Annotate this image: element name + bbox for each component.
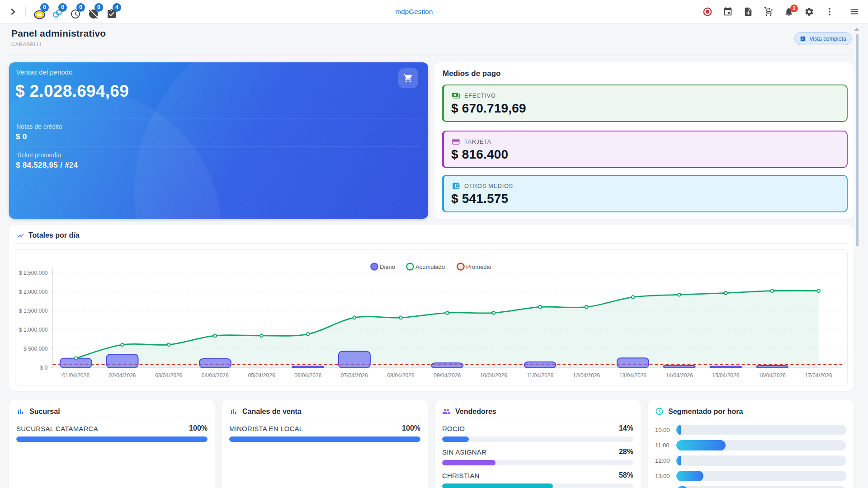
- svg-text:01/04/2026: 01/04/2026: [62, 372, 90, 379]
- branch-card: Sucursal SUCURSAL CATAMARCA 100%: [9, 400, 215, 488]
- hour-track: [676, 455, 846, 466]
- hour-label: 13:00: [655, 473, 676, 479]
- scrollbar-up-arrow[interactable]: [854, 28, 859, 31]
- item-label-row: MINORISTA EN LOCAL 100%: [229, 424, 420, 433]
- cart-icon-box: [398, 68, 418, 88]
- daily-totals-divider: [15, 243, 848, 244]
- branch-divider: [16, 418, 208, 418]
- hour-fill: [676, 486, 688, 488]
- more-vert-icon: [825, 7, 835, 17]
- seller-item-label: SIN ASIGNAR: [442, 448, 486, 456]
- links-button[interactable]: 0: [48, 1, 66, 22]
- tasks-button[interactable]: 4: [103, 1, 121, 22]
- settings-button[interactable]: [801, 4, 817, 20]
- svg-text:02/04/2026: 02/04/2026: [108, 372, 136, 379]
- topbar-actions: 2: [699, 4, 863, 20]
- record-button[interactable]: [699, 4, 716, 20]
- other-amount: $ 541.575: [451, 192, 508, 206]
- menu-button[interactable]: [846, 4, 863, 20]
- hour-row: 14:00: [655, 486, 846, 488]
- hour-row: 11:00: [655, 440, 846, 450]
- topbar-divider: [25, 7, 26, 17]
- branch-progress-track: [16, 436, 208, 442]
- offline-devices-button[interactable]: 0: [85, 1, 103, 22]
- branch-header: Sucursal: [16, 400, 208, 418]
- channel-item-label: MINORISTA EN LOCAL: [229, 425, 303, 432]
- branch-item-value: 100%: [189, 424, 208, 432]
- app-brand: mdpGestion: [396, 8, 433, 15]
- cart-arrow-icon: [764, 7, 774, 17]
- seller-item-value: 58%: [619, 471, 633, 479]
- trending-line-icon: [17, 232, 24, 239]
- branch-title: Sucursal: [29, 408, 60, 416]
- page-title: Panel administrativo: [11, 28, 106, 39]
- channel-progress-track: [229, 436, 420, 442]
- channels-header: Canales de venta: [229, 400, 420, 418]
- hourly-title: Segmentado por hora: [668, 408, 743, 416]
- svg-text:03/04/2026: 03/04/2026: [155, 372, 182, 379]
- avg-ticket-label: Ticket promedio: [16, 151, 61, 159]
- scrollbar-thumb[interactable]: [856, 34, 859, 246]
- chevron-right-icon: [9, 8, 17, 15]
- hour-track: [676, 471, 846, 481]
- shopping-cart-icon: [403, 73, 413, 83]
- hourly-header: Segmentado por hora: [655, 400, 846, 418]
- hamburger-icon: [849, 7, 859, 17]
- svg-text:13/04/2026: 13/04/2026: [619, 372, 646, 379]
- notifications-count-badge: 2: [790, 5, 798, 12]
- hour-label: 10:00: [655, 427, 676, 433]
- offline-devices-count-badge: 0: [94, 3, 103, 12]
- page-header: Panel administrativo CARABELLI Vista com…: [9, 23, 854, 56]
- svg-text:$ 1.500.000: $ 1.500.000: [19, 308, 48, 314]
- sellers-divider: [442, 418, 633, 418]
- people-icon: [442, 407, 451, 416]
- pending-time-button[interactable]: 0: [66, 1, 85, 22]
- svg-text:Promedio: Promedio: [466, 263, 491, 270]
- svg-text:09/04/2026: 09/04/2026: [434, 372, 461, 379]
- hour-row: 13:00: [655, 471, 846, 481]
- chart-container: $ 0$ 500.000$ 1.000.000$ 1.500.000$ 2.00…: [15, 249, 848, 385]
- hour-fill: [676, 455, 681, 466]
- daily-totals-header: Totales por día: [9, 225, 854, 240]
- sales-divider-1: [16, 118, 422, 118]
- hour-track: [676, 440, 846, 450]
- channels-title: Canales de venta: [242, 408, 302, 416]
- hourly-card: Segmentado por hora 10:00 11:00 12:00 13…: [648, 400, 854, 488]
- sellers-title: Vendedores: [455, 408, 496, 416]
- hour-fill: [676, 471, 703, 481]
- hour-row: 10:00: [655, 425, 846, 435]
- pending-time-count-badge: 0: [76, 3, 85, 12]
- breakdown-row: Sucursal SUCURSAL CATAMARCA 100% Canales…: [9, 400, 859, 488]
- svg-text:10/04/2026: 10/04/2026: [480, 372, 507, 379]
- svg-text:$ 0: $ 0: [40, 365, 48, 371]
- svg-text:Diario: Diario: [380, 263, 395, 270]
- daily-totals-card: Totales por día $ 0$ 500.000$ 1.000.000$…: [9, 225, 854, 391]
- gear-icon: [804, 7, 814, 17]
- channel-item-value: 100%: [402, 424, 420, 432]
- hour-track: [676, 425, 846, 435]
- new-document-button[interactable]: [740, 4, 756, 20]
- notifications-button[interactable]: 2: [781, 4, 797, 20]
- more-options-button[interactable]: [821, 4, 838, 20]
- payment-method-cash: EFECTIVO $ 670.719,69: [442, 84, 848, 122]
- calendar-button[interactable]: [720, 4, 736, 20]
- commissions-button[interactable]: 0: [30, 1, 48, 22]
- payment-methods-title: Medios de pago: [443, 69, 848, 79]
- payment-method-other: OTROS MEDIOS $ 541.575: [442, 175, 848, 212]
- svg-text:$ 2.000.000: $ 2.000.000: [19, 289, 48, 295]
- seller-item: SIN ASIGNAR 28%: [442, 447, 633, 465]
- seller-item-label: ROCIO: [442, 425, 465, 432]
- svg-text:$ 2.500.000: $ 2.500.000: [19, 270, 48, 276]
- channel-progress-fill: [229, 436, 420, 442]
- seller-item-value: 28%: [619, 448, 633, 456]
- sidebar-toggle-button[interactable]: [6, 5, 20, 19]
- credit-notes-label: Notas de crédito: [16, 123, 62, 130]
- commissions-count-badge: 0: [40, 3, 49, 12]
- full-view-button[interactable]: Vista completa: [794, 32, 852, 45]
- svg-text:16/04/2026: 16/04/2026: [759, 372, 786, 379]
- credit-notes-value: $ 0: [16, 132, 27, 141]
- seller-progress-track: [442, 436, 633, 442]
- hour-row: 12:00: [655, 455, 846, 466]
- purchase-cart-button[interactable]: [760, 4, 777, 20]
- topbar-badge-group: 0 0 0 0 4: [30, 1, 121, 22]
